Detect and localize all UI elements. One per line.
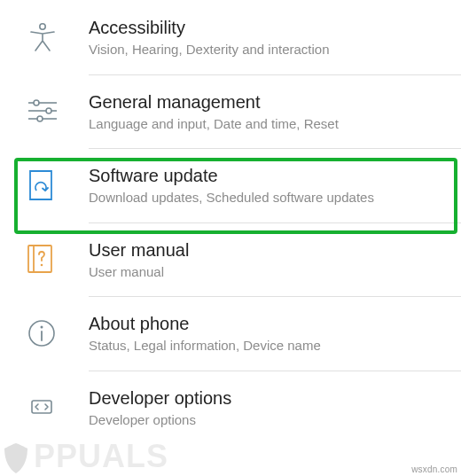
svg-point-4 (46, 108, 51, 113)
accessibility-icon (20, 21, 89, 53)
divider (89, 74, 461, 75)
watermark-source: wsxdn.com (411, 464, 457, 474)
svg-point-11 (41, 325, 43, 328)
item-subtitle: User manual (89, 263, 452, 281)
item-subtitle: Status, Legal information, Device name (89, 337, 452, 355)
update-icon (20, 169, 89, 201)
settings-item-user-manual[interactable]: User manual User manual (0, 222, 461, 297)
item-title: Developer options (89, 386, 452, 410)
watermark-appuals: PPUALS (0, 438, 168, 476)
developer-icon (20, 392, 89, 422)
settings-item-about-phone[interactable]: About phone Status, Legal information, D… (0, 296, 461, 371)
settings-item-general-management[interactable]: General management Language and input, D… (0, 74, 461, 149)
settings-item-software-update[interactable]: Software update Download updates, Schedu… (0, 148, 461, 222)
item-subtitle: Download updates, Scheduled software upd… (89, 189, 452, 207)
text-slot: Software update Download updates, Schedu… (89, 164, 461, 207)
sliders-icon (20, 98, 89, 124)
svg-point-0 (40, 24, 45, 29)
item-title: Accessibility (89, 16, 452, 39)
text-slot: About phone Status, Legal information, D… (89, 312, 461, 355)
svg-point-6 (37, 116, 43, 121)
item-title: Software update (89, 164, 452, 187)
text-slot: User manual User manual (89, 238, 461, 281)
item-title: About phone (89, 312, 452, 335)
divider (89, 371, 461, 371)
item-subtitle: Developer options (89, 411, 452, 429)
settings-item-accessibility[interactable]: Accessibility Vision, Hearing, Dexterity… (0, 0, 461, 74)
info-icon (20, 318, 89, 348)
item-title: General management (89, 90, 452, 113)
divider (89, 148, 461, 149)
text-slot: Accessibility Vision, Hearing, Dexterity… (89, 16, 461, 59)
divider (89, 296, 461, 297)
item-title: User manual (89, 238, 452, 261)
item-subtitle: Vision, Hearing, Dexterity and interacti… (89, 41, 452, 59)
text-slot: Developer options Developer options (89, 386, 461, 429)
divider (89, 222, 461, 223)
item-subtitle: Language and input, Date and time, Reset (89, 115, 452, 133)
svg-point-2 (34, 100, 39, 105)
manual-icon (20, 244, 89, 274)
settings-list: Accessibility Vision, Hearing, Dexterity… (0, 0, 461, 444)
settings-item-developer-options[interactable]: Developer options Developer options (0, 371, 461, 445)
text-slot: General management Language and input, D… (89, 90, 461, 133)
svg-point-9 (41, 264, 43, 267)
svg-rect-7 (28, 246, 51, 272)
